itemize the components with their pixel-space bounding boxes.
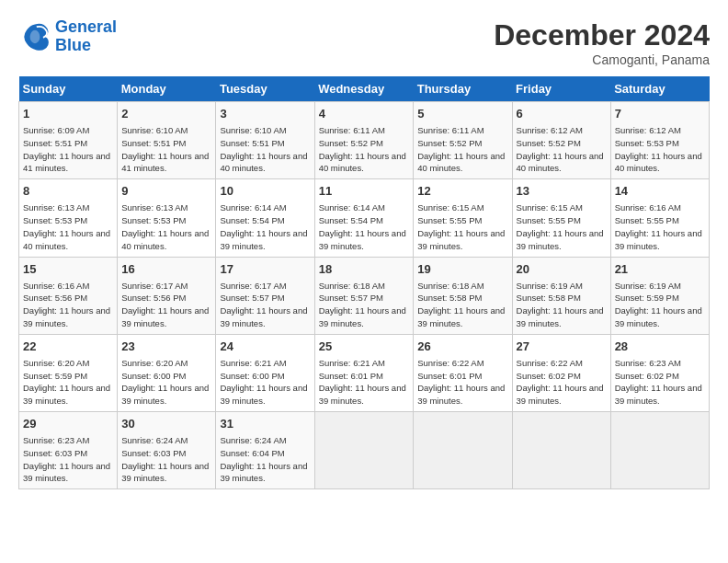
week-row-3: 15 Sunrise: 6:16 AM Sunset: 5:56 PM Dayl… [19,257,710,334]
day-cell: 30 Sunrise: 6:24 AM Sunset: 6:03 PM Dayl… [118,412,216,489]
day-info: Sunrise: 6:12 AM Sunset: 5:52 PM Dayligh… [517,124,607,175]
day-info: Sunrise: 6:15 AM Sunset: 5:55 PM Dayligh… [517,201,607,252]
day-info: Sunrise: 6:19 AM Sunset: 5:58 PM Dayligh… [517,280,607,330]
day-number: 7 [615,106,705,122]
day-cell: 27 Sunrise: 6:22 AM Sunset: 6:02 PM Dayl… [512,334,610,411]
day-info: Sunrise: 6:24 AM Sunset: 6:04 PM Dayligh… [220,434,310,485]
day-number: 13 [517,183,607,200]
day-number: 11 [319,183,410,200]
logo-text: General Blue [55,18,117,55]
day-cell: 15 Sunrise: 6:16 AM Sunset: 5:56 PM Dayl… [19,257,118,334]
day-info: Sunrise: 6:15 AM Sunset: 5:55 PM Dayligh… [417,201,507,252]
day-info: Sunrise: 6:13 AM Sunset: 5:53 PM Dayligh… [121,201,211,252]
day-cell [414,412,512,489]
day-info: Sunrise: 6:18 AM Sunset: 5:57 PM Dayligh… [319,280,410,330]
day-info: Sunrise: 6:10 AM Sunset: 5:51 PM Dayligh… [121,124,211,175]
calendar-table: SundayMondayTuesdayWednesdayThursdayFrid… [18,76,710,489]
day-number: 22 [23,339,113,355]
day-info: Sunrise: 6:22 AM Sunset: 6:01 PM Dayligh… [417,357,507,408]
week-row-2: 8 Sunrise: 6:13 AM Sunset: 5:53 PM Dayli… [19,179,710,257]
day-number: 26 [417,339,507,355]
day-number: 23 [121,339,211,355]
week-row-5: 29 Sunrise: 6:23 AM Sunset: 6:03 PM Dayl… [19,412,710,489]
day-info: Sunrise: 6:21 AM Sunset: 6:01 PM Dayligh… [319,357,410,408]
day-cell: 19 Sunrise: 6:18 AM Sunset: 5:58 PM Dayl… [414,257,512,334]
day-number: 12 [417,183,507,200]
day-cell: 25 Sunrise: 6:21 AM Sunset: 6:01 PM Dayl… [314,334,414,411]
day-info: Sunrise: 6:13 AM Sunset: 5:53 PM Dayligh… [23,201,113,252]
month-title: December 2024 [494,18,710,52]
day-info: Sunrise: 6:12 AM Sunset: 5:53 PM Dayligh… [615,124,705,175]
day-cell [512,412,610,489]
day-info: Sunrise: 6:14 AM Sunset: 5:54 PM Dayligh… [319,201,410,252]
day-cell: 22 Sunrise: 6:20 AM Sunset: 5:59 PM Dayl… [19,334,118,411]
day-number: 16 [121,261,211,278]
column-header-friday: Friday [512,76,610,102]
day-cell: 2 Sunrise: 6:10 AM Sunset: 5:51 PM Dayli… [118,102,216,179]
day-info: Sunrise: 6:21 AM Sunset: 6:00 PM Dayligh… [220,357,310,408]
day-info: Sunrise: 6:24 AM Sunset: 6:03 PM Dayligh… [121,434,211,485]
day-cell: 13 Sunrise: 6:15 AM Sunset: 5:55 PM Dayl… [512,179,610,257]
day-cell: 17 Sunrise: 6:17 AM Sunset: 5:57 PM Dayl… [216,257,314,334]
day-number: 1 [23,106,113,122]
day-cell: 1 Sunrise: 6:09 AM Sunset: 5:51 PM Dayli… [19,102,118,179]
day-number: 14 [615,183,705,200]
day-number: 24 [220,339,310,355]
day-number: 8 [23,183,113,200]
day-info: Sunrise: 6:23 AM Sunset: 6:02 PM Dayligh… [615,357,705,408]
day-number: 17 [220,261,310,278]
day-number: 9 [121,183,211,200]
day-info: Sunrise: 6:17 AM Sunset: 5:56 PM Dayligh… [121,280,211,330]
day-cell: 21 Sunrise: 6:19 AM Sunset: 5:59 PM Dayl… [610,257,709,334]
day-number: 6 [517,106,607,122]
day-cell: 16 Sunrise: 6:17 AM Sunset: 5:56 PM Dayl… [118,257,216,334]
day-number: 10 [220,183,310,200]
day-number: 18 [319,261,410,278]
day-info: Sunrise: 6:11 AM Sunset: 5:52 PM Dayligh… [319,124,410,175]
day-info: Sunrise: 6:09 AM Sunset: 5:51 PM Dayligh… [23,124,113,175]
day-info: Sunrise: 6:23 AM Sunset: 6:03 PM Dayligh… [23,434,113,485]
day-number: 19 [417,261,507,278]
day-number: 28 [615,339,705,355]
day-cell: 18 Sunrise: 6:18 AM Sunset: 5:57 PM Dayl… [314,257,414,334]
day-info: Sunrise: 6:20 AM Sunset: 5:59 PM Dayligh… [23,357,113,408]
day-cell: 3 Sunrise: 6:10 AM Sunset: 5:51 PM Dayli… [216,102,314,179]
day-cell: 23 Sunrise: 6:20 AM Sunset: 6:00 PM Dayl… [118,334,216,411]
day-info: Sunrise: 6:20 AM Sunset: 6:00 PM Dayligh… [121,357,211,408]
day-info: Sunrise: 6:11 AM Sunset: 5:52 PM Dayligh… [417,124,507,175]
calendar-header-row: SundayMondayTuesdayWednesdayThursdayFrid… [19,76,710,102]
day-cell: 31 Sunrise: 6:24 AM Sunset: 6:04 PM Dayl… [216,412,314,489]
day-cell: 24 Sunrise: 6:21 AM Sunset: 6:00 PM Dayl… [216,334,314,411]
column-header-wednesday: Wednesday [314,76,414,102]
day-info: Sunrise: 6:18 AM Sunset: 5:58 PM Dayligh… [417,280,507,330]
day-info: Sunrise: 6:17 AM Sunset: 5:57 PM Dayligh… [220,280,310,330]
day-cell: 9 Sunrise: 6:13 AM Sunset: 5:53 PM Dayli… [118,179,216,257]
column-header-tuesday: Tuesday [216,76,314,102]
logo: General Blue [18,18,117,55]
day-info: Sunrise: 6:22 AM Sunset: 6:02 PM Dayligh… [517,357,607,408]
logo-icon [18,20,51,53]
day-info: Sunrise: 6:16 AM Sunset: 5:56 PM Dayligh… [23,280,113,330]
column-header-thursday: Thursday [414,76,512,102]
day-number: 3 [220,106,310,122]
day-info: Sunrise: 6:10 AM Sunset: 5:51 PM Dayligh… [220,124,310,175]
day-info: Sunrise: 6:16 AM Sunset: 5:55 PM Dayligh… [615,201,705,252]
day-cell: 8 Sunrise: 6:13 AM Sunset: 5:53 PM Dayli… [19,179,118,257]
svg-point-0 [30,30,40,43]
page-header: General Blue December 2024 Camoganti, Pa… [18,18,710,67]
week-row-4: 22 Sunrise: 6:20 AM Sunset: 5:59 PM Dayl… [19,334,710,411]
day-cell [610,412,709,489]
location: Camoganti, Panama [494,52,710,67]
day-cell: 14 Sunrise: 6:16 AM Sunset: 5:55 PM Dayl… [610,179,709,257]
day-cell: 7 Sunrise: 6:12 AM Sunset: 5:53 PM Dayli… [610,102,709,179]
day-cell: 26 Sunrise: 6:22 AM Sunset: 6:01 PM Dayl… [414,334,512,411]
day-cell: 10 Sunrise: 6:14 AM Sunset: 5:54 PM Dayl… [216,179,314,257]
day-info: Sunrise: 6:14 AM Sunset: 5:54 PM Dayligh… [220,201,310,252]
column-header-saturday: Saturday [610,76,709,102]
day-number: 5 [417,106,507,122]
day-number: 20 [517,261,607,278]
day-number: 21 [615,261,705,278]
day-number: 4 [319,106,410,122]
day-cell: 5 Sunrise: 6:11 AM Sunset: 5:52 PM Dayli… [414,102,512,179]
column-header-monday: Monday [118,76,216,102]
